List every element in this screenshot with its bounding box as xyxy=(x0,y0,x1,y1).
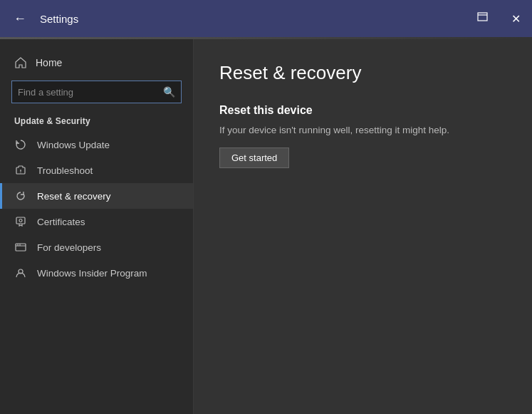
windows-update-icon xyxy=(14,138,27,151)
close-button[interactable]: ✕ xyxy=(499,0,532,37)
search-input[interactable] xyxy=(18,87,163,98)
search-icon[interactable]: 🔍 xyxy=(163,86,175,98)
svg-rect-0 xyxy=(478,13,487,21)
windows-insider-icon xyxy=(14,266,27,279)
reset-recovery-icon xyxy=(14,190,27,202)
sidebar-item-for-developers[interactable]: For developers xyxy=(0,234,193,260)
certificates-icon xyxy=(14,215,27,228)
sidebar-item-home[interactable]: Home xyxy=(0,51,193,75)
for-developers-icon xyxy=(14,241,27,254)
svg-rect-4 xyxy=(16,217,25,224)
svg-rect-6 xyxy=(16,244,26,251)
get-started-button[interactable]: Get started xyxy=(219,148,289,168)
reset-section-title: Reset this device xyxy=(219,104,506,117)
title-bar: ← Settings ✕ xyxy=(0,0,532,37)
for-developers-label: For developers xyxy=(37,242,101,253)
window-title: Settings xyxy=(40,13,78,25)
sidebar-item-troubleshoot[interactable]: Troubleshoot xyxy=(0,157,193,183)
window-icon xyxy=(477,12,489,25)
certificates-label: Certificates xyxy=(37,217,85,227)
sidebar-item-certificates[interactable]: Certificates xyxy=(0,209,193,234)
section-label: Update & Security xyxy=(0,112,193,132)
sidebar-item-reset-recovery[interactable]: Reset & recovery xyxy=(0,183,193,209)
home-label: Home xyxy=(36,57,62,68)
windows-update-label: Windows Update xyxy=(37,140,110,150)
troubleshoot-label: Troubleshoot xyxy=(37,165,93,176)
page-title: Reset & recovery xyxy=(219,62,506,84)
content-area: Reset & recovery Reset this device If yo… xyxy=(194,39,532,414)
reset-section-description: If your device isn't running well, reset… xyxy=(219,124,506,138)
main-layout: Home 🔍 Update & Security Windows Update xyxy=(0,39,532,414)
troubleshoot-icon xyxy=(14,164,27,177)
sidebar: Home 🔍 Update & Security Windows Update xyxy=(0,39,194,414)
svg-point-3 xyxy=(20,172,21,173)
search-container: 🔍 xyxy=(0,75,193,112)
windows-insider-label: Windows Insider Program xyxy=(37,268,147,279)
home-icon xyxy=(14,56,27,69)
window-controls: ✕ xyxy=(466,0,532,37)
window-icon-button[interactable] xyxy=(466,0,499,37)
sidebar-item-windows-update[interactable]: Windows Update xyxy=(0,132,193,157)
reset-recovery-label: Reset & recovery xyxy=(37,191,111,202)
back-button[interactable]: ← xyxy=(9,7,31,30)
close-icon: ✕ xyxy=(511,12,521,26)
sidebar-item-windows-insider[interactable]: Windows Insider Program xyxy=(0,260,193,286)
reset-section: Reset this device If your device isn't r… xyxy=(219,104,506,168)
svg-point-5 xyxy=(19,219,22,222)
search-box[interactable]: 🔍 xyxy=(11,81,182,103)
back-arrow-icon: ← xyxy=(14,11,26,26)
